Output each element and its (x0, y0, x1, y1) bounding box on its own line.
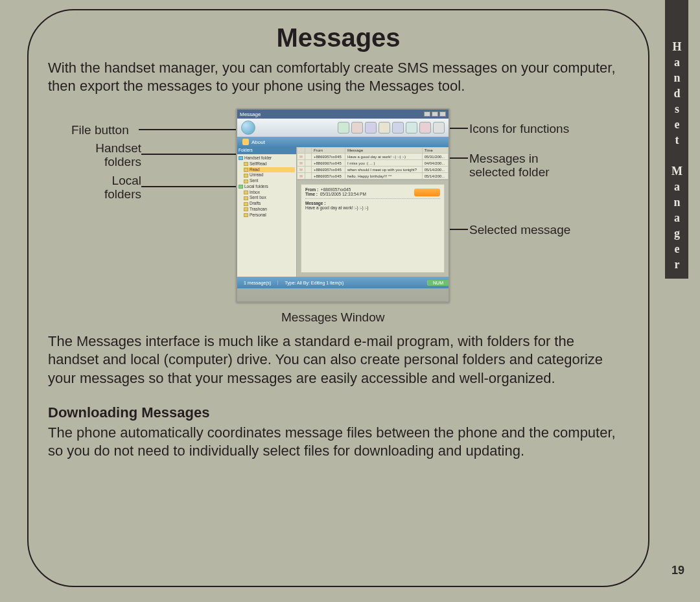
leader-line (141, 186, 240, 187)
close-icon[interactable] (439, 111, 446, 117)
window-title: Message (240, 111, 261, 117)
toolbar-icon[interactable] (338, 122, 349, 133)
table-row[interactable]: ✉+8869357xx045when should I meet up with… (298, 167, 449, 173)
toolbar-icons (338, 122, 445, 133)
envelope-icon: ✉ (298, 154, 305, 160)
folder-icon (244, 196, 248, 200)
figure: File button Handset folders Local folder… (48, 106, 629, 326)
folder-icon (244, 162, 248, 166)
message-list[interactable]: From Message Time ✉+8869357xx045Have a g… (297, 147, 449, 180)
leader-line (139, 129, 241, 130)
action-button[interactable] (414, 189, 440, 196)
tree-item[interactable]: Trashcan (244, 207, 295, 213)
body-paragraph-3: The phone automatically coordinates mess… (48, 424, 629, 460)
window-controls[interactable] (424, 111, 446, 117)
col-message[interactable]: Message (345, 148, 422, 154)
callout-file-button: File button (71, 124, 129, 137)
table-row[interactable]: ✉+8869357xx045Have a good day at work! :… (298, 154, 449, 160)
callout-local-folders: Local folders (100, 174, 141, 202)
callout-selected-message: Selected message (469, 224, 570, 237)
toolbar (237, 119, 449, 137)
minimize-icon[interactable] (424, 111, 430, 117)
toolbar-icon[interactable] (419, 122, 431, 133)
tree-item[interactable]: Sent box (244, 195, 295, 201)
tab-label[interactable]: About (251, 139, 265, 145)
leader-line (141, 154, 240, 155)
col-icon[interactable] (305, 148, 312, 154)
folder-icon (244, 202, 248, 206)
tree-handset-root[interactable]: Handset folder (239, 156, 295, 161)
side-tab: Handset Manager (665, 0, 688, 279)
folder-tree[interactable]: Folders Handset folder SelfRead Read Unr… (237, 147, 297, 277)
folder-icon (244, 207, 248, 211)
window-titlebar: Message (237, 110, 449, 119)
maximize-icon[interactable] (432, 111, 438, 117)
status-mid: Type: All By: Editing 1 item(s) (278, 281, 428, 285)
envelope-icon: ✉ (298, 173, 305, 179)
message-preview: From : +8869357xx045 Time : 05/31/2005 1… (301, 184, 445, 273)
subheading-downloading: Downloading Messages (48, 404, 629, 421)
tab-bar: About (237, 137, 449, 147)
col-icon[interactable] (298, 148, 305, 154)
preview-from-label: From : (305, 187, 318, 192)
side-tab-label: Handset Manager (670, 40, 684, 273)
page-number: 19 (671, 564, 684, 577)
preview-msg-label: Message : (305, 201, 325, 205)
tree-item[interactable]: SelfRead (244, 161, 295, 167)
status-bar: 1 message(s) Type: All By: Editing 1 ite… (237, 277, 449, 288)
tree-local-root[interactable]: Local folders (239, 184, 295, 190)
folder-icon (244, 191, 248, 194)
tree-item[interactable]: Inbox (244, 190, 295, 196)
page-title: Messages (48, 23, 629, 52)
preview-time-value: 05/31/2005 12:33:54 PM (320, 192, 366, 196)
intro-paragraph: With the handset manager, you can comfor… (48, 59, 629, 95)
computer-icon (239, 185, 243, 189)
table-row[interactable]: ✉+8869357xx045hello. Happy birthday!!! ^… (298, 173, 449, 179)
toolbar-icon[interactable] (379, 122, 390, 133)
preview-msg-value: Have a good day at work! :-) :-) :-) (305, 205, 440, 210)
col-from[interactable]: From (312, 148, 345, 154)
phone-icon (239, 156, 243, 160)
figure-caption: Messages Window (281, 310, 384, 325)
tree-item[interactable]: Drafts (244, 201, 295, 207)
toolbar-icon[interactable] (433, 122, 445, 133)
folder-icon (244, 179, 248, 183)
folder-icon (244, 168, 248, 172)
messages-window-screenshot: Message About (236, 108, 450, 303)
tree-item[interactable]: Personal (244, 213, 295, 218)
page-frame: Messages With the handset manager, you c… (27, 9, 649, 587)
envelope-icon: ✉ (298, 160, 305, 167)
col-time[interactable]: Time (422, 148, 448, 154)
tree-item-selected[interactable]: Read (244, 167, 295, 173)
toolbar-icon[interactable] (365, 122, 377, 133)
body-paragraph-2: The Messages interface is much like a st… (48, 332, 629, 387)
callout-messages-in-folder: Messages in selected folder (469, 152, 573, 179)
list-pane: From Message Time ✉+8869357xx045Have a g… (297, 147, 449, 277)
preview-time-label: Time : (305, 192, 318, 196)
toolbar-icon[interactable] (392, 122, 404, 133)
home-icon[interactable] (242, 139, 249, 145)
folder-icon (244, 213, 248, 217)
preview-from-value: +8869357xx045 (321, 187, 351, 192)
tree-item[interactable]: Sent (244, 178, 295, 184)
status-right: NUM (428, 280, 449, 286)
table-row[interactable]: ✉+8869367xx045I miss you :( ... )04/04/2… (298, 160, 449, 167)
folder-icon (244, 174, 248, 178)
main-pane: Folders Handset folder SelfRead Read Unr… (237, 147, 449, 277)
status-left: 1 message(s) (237, 281, 278, 285)
tree-item[interactable]: Unread (244, 172, 295, 178)
list-header-row: From Message Time (298, 148, 449, 154)
callout-handset-folders: Handset folders (89, 142, 141, 169)
toolbar-icon[interactable] (351, 122, 363, 133)
tree-header: Folders (237, 147, 296, 154)
callout-icons-functions: Icons for functions (469, 122, 569, 136)
toolbar-icon[interactable] (406, 122, 417, 133)
file-button[interactable] (241, 121, 255, 135)
envelope-icon: ✉ (298, 167, 305, 173)
